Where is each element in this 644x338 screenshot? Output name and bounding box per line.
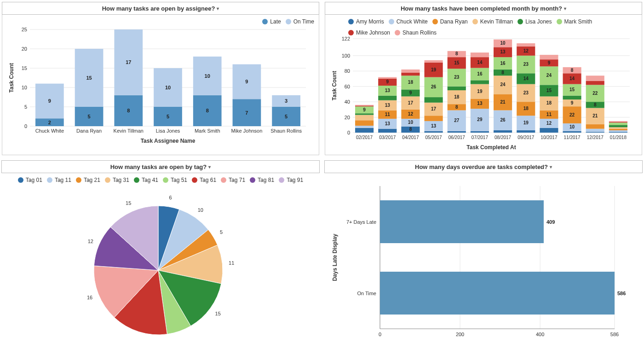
legend-swatch-icon [557, 19, 562, 24]
svg-text:12: 12 [408, 111, 414, 117]
svg-rect-221 [609, 127, 627, 128]
legend-item[interactable]: Late [262, 18, 281, 25]
panel-open-by-tag-header[interactable]: How many tasks are open by tag? ▾ [1, 160, 320, 173]
svg-text:19: 19 [523, 120, 529, 125]
svg-rect-131 [471, 131, 489, 133]
svg-rect-220 [609, 129, 627, 130]
legend-item[interactable]: Tag 11 [47, 177, 71, 183]
svg-rect-103 [425, 131, 443, 133]
svg-text:80: 80 [345, 68, 350, 74]
legend-swatch-icon [47, 177, 52, 183]
svg-text:13: 13 [385, 121, 391, 126]
svg-text:13: 13 [431, 123, 437, 128]
svg-text:9: 9 [571, 100, 574, 105]
legend-item[interactable]: Tag 81 [250, 177, 274, 183]
svg-text:20: 20 [22, 46, 27, 52]
svg-text:16: 16 [500, 61, 506, 66]
legend-item[interactable]: Kevin Tillman [472, 18, 513, 25]
legend-item[interactable]: Tag 41 [134, 177, 158, 183]
legend-item[interactable]: Mike Johnson [348, 29, 390, 36]
legend-swatch-icon [348, 19, 354, 24]
svg-text:24: 24 [500, 82, 506, 87]
legend-label: Tag 91 [287, 177, 303, 183]
svg-rect-100 [401, 73, 420, 76]
svg-text:Lisa Jones: Lisa Jones [156, 128, 180, 134]
legend-item[interactable]: Mark Smith [557, 18, 592, 25]
svg-text:22: 22 [592, 91, 598, 96]
svg-text:3: 3 [285, 98, 288, 104]
svg-text:400: 400 [536, 332, 544, 337]
legend-item[interactable]: On Time [286, 18, 314, 25]
svg-text:409: 409 [546, 219, 555, 225]
svg-rect-109 [425, 97, 443, 103]
svg-text:24: 24 [546, 73, 552, 78]
svg-rect-116 [448, 131, 466, 133]
panel-completed-by-month-header[interactable]: How many tasks have been completed month… [325, 2, 642, 15]
svg-text:60: 60 [345, 84, 350, 89]
svg-text:10: 10 [500, 41, 506, 46]
svg-rect-224 [609, 122, 627, 123]
legend-label: Tag 31 [113, 177, 129, 183]
legend-label: Amy Morris [356, 18, 384, 25]
svg-text:9: 9 [48, 98, 51, 104]
legend-swatch-icon [192, 177, 197, 183]
panel-days-overdue-header[interactable]: How many days overdue are tasks complete… [324, 160, 643, 173]
svg-text:12: 12 [88, 239, 93, 244]
svg-text:11: 11 [546, 112, 552, 117]
legend-item[interactable]: Tag 21 [76, 177, 100, 183]
svg-rect-106 [425, 116, 443, 121]
legend-item[interactable]: Tag 01 [18, 177, 42, 183]
svg-text:11: 11 [385, 112, 391, 117]
svg-text:26: 26 [431, 84, 437, 89]
svg-text:200: 200 [456, 332, 464, 337]
svg-rect-176 [540, 128, 558, 133]
svg-text:06/2017: 06/2017 [448, 135, 466, 140]
legend-item[interactable]: Chuck White [389, 18, 428, 25]
svg-rect-86 [378, 77, 397, 79]
svg-rect-191 [563, 131, 581, 133]
svg-text:29: 29 [477, 117, 483, 122]
legend-item[interactable]: Tag 61 [192, 177, 216, 183]
svg-text:14: 14 [477, 60, 483, 65]
svg-rect-138 [471, 80, 489, 84]
svg-text:Task Count: Task Count [8, 63, 15, 93]
panel-open-by-tag-title: How many tasks are open by tag? [110, 163, 207, 170]
legend-item[interactable]: Amy Morris [348, 18, 384, 25]
legend-swatch-icon [76, 177, 81, 183]
caret-down-icon: ▾ [550, 164, 552, 169]
svg-text:5: 5 [24, 104, 27, 110]
svg-text:19: 19 [477, 89, 483, 94]
svg-text:13: 13 [477, 101, 483, 106]
svg-text:23: 23 [523, 62, 529, 67]
legend-item[interactable]: Tag 91 [279, 177, 303, 183]
svg-text:05/2017: 05/2017 [426, 135, 443, 140]
svg-text:122: 122 [342, 36, 350, 41]
legend-swatch-icon [395, 30, 400, 35]
legend-label: Tag 01 [26, 177, 42, 183]
legend-item[interactable]: Tag 71 [221, 177, 245, 183]
svg-rect-252 [380, 272, 615, 315]
chart-open-by-assignee: 0510152025Task Count29Chuck White515Dana… [7, 25, 310, 145]
svg-text:14: 14 [523, 76, 529, 81]
legend-item[interactable]: Dana Ryan [432, 18, 468, 25]
svg-text:25: 25 [22, 27, 27, 32]
legend-item[interactable]: Tag 51 [163, 177, 187, 183]
svg-text:15: 15 [546, 88, 552, 93]
svg-text:07/2017: 07/2017 [472, 135, 489, 140]
svg-text:17: 17 [126, 59, 131, 65]
svg-rect-67 [355, 115, 374, 121]
svg-text:Task Count: Task Count [331, 71, 338, 100]
legend-item[interactable]: Lisa Jones [518, 18, 552, 25]
legend-label: Kevin Tillman [480, 18, 513, 25]
svg-rect-161 [517, 130, 535, 133]
panel-days-overdue-title: How many days overdue are tasks complete… [415, 163, 548, 170]
panel-open-by-assignee-header[interactable]: How many tasks are open by assignee? ▾ [2, 2, 319, 15]
svg-text:5: 5 [285, 114, 288, 119]
svg-rect-101 [401, 70, 420, 73]
svg-rect-207 [586, 129, 604, 132]
svg-text:586: 586 [610, 332, 619, 337]
legend-label: Tag 81 [258, 177, 274, 183]
legend-swatch-icon [105, 177, 110, 183]
legend-item[interactable]: Tag 31 [105, 177, 129, 183]
legend-item[interactable]: Shaun Rollins [395, 29, 437, 36]
